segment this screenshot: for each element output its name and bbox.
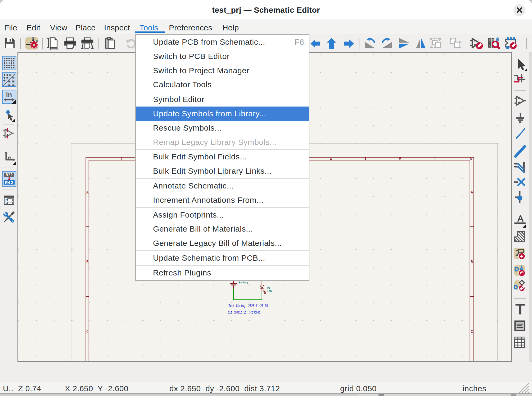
svg-text:git_commit_id: 3cd3cbad: git_commit_id: 3cd3cbad [228, 310, 260, 315]
svg-text:in: in [6, 91, 12, 98]
svg-text:A: A [471, 190, 473, 195]
svg-text:LED: LED [267, 290, 272, 293]
svg-text:D1: D1 [267, 286, 270, 289]
svg-text:Battery: Battery [239, 281, 249, 284]
svg-text:B: B [86, 260, 88, 264]
svg-text:Test String: 2023-11-20 90: Test String: 2023-11-20 90 [229, 304, 268, 308]
svg-text:C: C [471, 330, 473, 334]
svg-text:R42: R42 [5, 180, 13, 185]
svg-text:A: A [86, 190, 89, 195]
svg-text:B: B [471, 260, 473, 264]
svg-text:4: 4 [330, 157, 332, 161]
svg-text:1: 1 [120, 157, 123, 161]
svg-text:C: C [86, 330, 88, 334]
svg-text:5: 5 [399, 157, 401, 161]
svg-text:R??: R?? [6, 173, 13, 177]
svg-text:6: 6 [470, 157, 472, 161]
